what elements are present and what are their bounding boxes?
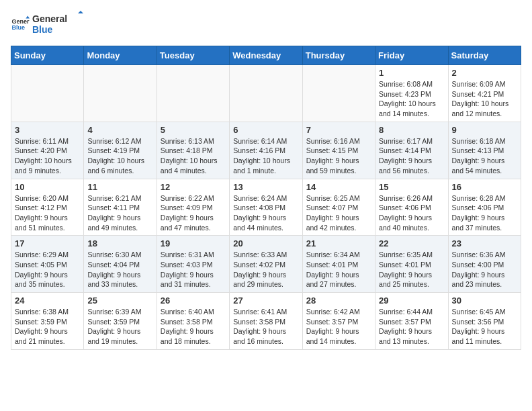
day-info: Sunrise: 6:42 AMSunset: 3:57 PMDaylight:… [306, 307, 371, 347]
weekday-header-thursday: Thursday [302, 46, 375, 65]
day-cell-30: 30Sunrise: 6:45 AMSunset: 3:56 PMDayligh… [448, 293, 521, 350]
day-info: Sunrise: 6:30 AMSunset: 4:04 PMDaylight:… [87, 250, 152, 289]
day-info: Sunrise: 6:31 AMSunset: 4:03 PMDaylight:… [161, 250, 226, 289]
day-cell-10: 10Sunrise: 6:20 AMSunset: 4:12 PMDayligh… [11, 179, 84, 236]
day-number: 16 [452, 182, 517, 192]
day-number: 5 [161, 125, 226, 135]
day-cell-18: 18Sunrise: 6:30 AMSunset: 4:04 PMDayligh… [84, 236, 157, 293]
day-cell-17: 17Sunrise: 6:29 AMSunset: 4:05 PMDayligh… [11, 236, 84, 293]
day-cell-4: 4Sunrise: 6:12 AMSunset: 4:19 PMDaylight… [84, 122, 157, 179]
day-info: Sunrise: 6:45 AMSunset: 3:56 PMDaylight:… [452, 307, 517, 347]
svg-text:Blue: Blue [32, 24, 53, 35]
weekday-header-friday: Friday [375, 46, 448, 65]
weekday-header-saturday: Saturday [448, 46, 521, 65]
day-info: Sunrise: 6:18 AMSunset: 4:13 PMDaylight:… [452, 136, 517, 176]
svg-marker-4 [78, 11, 83, 13]
weekday-header-wednesday: Wednesday [230, 46, 302, 65]
day-number: 6 [233, 125, 298, 135]
day-info: Sunrise: 6:16 AMSunset: 4:15 PMDaylight:… [306, 136, 371, 176]
day-cell-26: 26Sunrise: 6:40 AMSunset: 3:58 PMDayligh… [157, 293, 229, 350]
weekday-header-sunday: Sunday [11, 46, 84, 65]
day-number: 7 [306, 125, 371, 135]
page-header: General Blue General Blue [11, 11, 521, 38]
day-cell-empty-0-2 [157, 65, 229, 122]
day-number: 24 [15, 295, 80, 306]
day-cell-12: 12Sunrise: 6:22 AMSunset: 4:09 PMDayligh… [157, 179, 229, 236]
day-cell-11: 11Sunrise: 6:21 AMSunset: 4:11 PMDayligh… [84, 179, 157, 236]
day-cell-empty-0-3 [230, 65, 302, 122]
weekday-header-tuesday: Tuesday [157, 46, 229, 65]
day-info: Sunrise: 6:11 AMSunset: 4:20 PMDaylight:… [15, 136, 80, 176]
day-cell-27: 27Sunrise: 6:41 AMSunset: 3:58 PMDayligh… [230, 293, 302, 350]
day-cell-28: 28Sunrise: 6:42 AMSunset: 3:57 PMDayligh… [302, 293, 375, 350]
day-cell-3: 3Sunrise: 6:11 AMSunset: 4:20 PMDaylight… [11, 122, 84, 179]
day-number: 10 [15, 182, 80, 192]
day-number: 15 [379, 182, 444, 192]
day-number: 27 [233, 295, 298, 306]
day-number: 20 [233, 238, 298, 248]
day-cell-19: 19Sunrise: 6:31 AMSunset: 4:03 PMDayligh… [157, 236, 229, 293]
day-cell-8: 8Sunrise: 6:17 AMSunset: 4:14 PMDaylight… [375, 122, 448, 179]
day-number: 13 [233, 182, 298, 192]
day-cell-21: 21Sunrise: 6:34 AMSunset: 4:01 PMDayligh… [302, 236, 375, 293]
day-number: 19 [161, 238, 226, 248]
day-cell-6: 6Sunrise: 6:14 AMSunset: 4:16 PMDaylight… [230, 122, 302, 179]
svg-text:General: General [11, 18, 30, 25]
day-number: 9 [452, 125, 517, 135]
day-number: 14 [306, 182, 371, 192]
day-cell-22: 22Sunrise: 6:35 AMSunset: 4:01 PMDayligh… [375, 236, 448, 293]
logo-icon: General Blue [11, 15, 30, 34]
day-cell-24: 24Sunrise: 6:38 AMSunset: 3:59 PMDayligh… [11, 293, 84, 350]
day-number: 25 [87, 295, 152, 306]
svg-text:General: General [32, 13, 67, 24]
day-number: 28 [306, 295, 371, 306]
day-info: Sunrise: 6:34 AMSunset: 4:01 PMDaylight:… [306, 250, 371, 289]
day-info: Sunrise: 6:08 AMSunset: 4:23 PMDaylight:… [379, 79, 444, 119]
weekday-header-row: SundayMondayTuesdayWednesdayThursdayFrid… [11, 46, 521, 65]
day-info: Sunrise: 6:38 AMSunset: 3:59 PMDaylight:… [15, 307, 80, 347]
day-info: Sunrise: 6:26 AMSunset: 4:06 PMDaylight:… [379, 193, 444, 233]
day-cell-empty-0-1 [84, 65, 157, 122]
day-info: Sunrise: 6:33 AMSunset: 4:02 PMDaylight:… [233, 250, 298, 289]
day-cell-empty-0-4 [302, 65, 375, 122]
day-cell-13: 13Sunrise: 6:24 AMSunset: 4:08 PMDayligh… [230, 179, 302, 236]
day-info: Sunrise: 6:28 AMSunset: 4:06 PMDaylight:… [452, 193, 517, 233]
day-cell-9: 9Sunrise: 6:18 AMSunset: 4:13 PMDaylight… [448, 122, 521, 179]
day-info: Sunrise: 6:17 AMSunset: 4:14 PMDaylight:… [379, 136, 444, 176]
calendar-table: SundayMondayTuesdayWednesdayThursdayFrid… [11, 46, 521, 350]
day-cell-20: 20Sunrise: 6:33 AMSunset: 4:02 PMDayligh… [230, 236, 302, 293]
day-info: Sunrise: 6:25 AMSunset: 4:07 PMDaylight:… [306, 193, 371, 233]
day-number: 4 [87, 125, 152, 135]
day-cell-25: 25Sunrise: 6:39 AMSunset: 3:59 PMDayligh… [84, 293, 157, 350]
day-info: Sunrise: 6:12 AMSunset: 4:19 PMDaylight:… [87, 136, 152, 176]
day-info: Sunrise: 6:44 AMSunset: 3:57 PMDaylight:… [379, 307, 444, 347]
day-cell-1: 1Sunrise: 6:08 AMSunset: 4:23 PMDaylight… [375, 65, 448, 122]
day-info: Sunrise: 6:22 AMSunset: 4:09 PMDaylight:… [161, 193, 226, 233]
weekday-header-monday: Monday [84, 46, 157, 65]
day-info: Sunrise: 6:20 AMSunset: 4:12 PMDaylight:… [15, 193, 80, 233]
day-number: 26 [161, 295, 226, 306]
day-info: Sunrise: 6:21 AMSunset: 4:11 PMDaylight:… [87, 193, 152, 233]
day-info: Sunrise: 6:13 AMSunset: 4:18 PMDaylight:… [161, 136, 226, 176]
day-number: 2 [452, 68, 517, 78]
day-cell-5: 5Sunrise: 6:13 AMSunset: 4:18 PMDaylight… [157, 122, 229, 179]
week-row-4: 17Sunrise: 6:29 AMSunset: 4:05 PMDayligh… [11, 236, 521, 293]
week-row-5: 24Sunrise: 6:38 AMSunset: 3:59 PMDayligh… [11, 293, 521, 350]
day-info: Sunrise: 6:36 AMSunset: 4:00 PMDaylight:… [452, 250, 517, 289]
svg-marker-2 [26, 15, 30, 18]
day-number: 23 [452, 238, 517, 248]
day-cell-29: 29Sunrise: 6:44 AMSunset: 3:57 PMDayligh… [375, 293, 448, 350]
day-info: Sunrise: 6:41 AMSunset: 3:58 PMDaylight:… [233, 307, 298, 347]
day-number: 29 [379, 295, 444, 306]
day-info: Sunrise: 6:35 AMSunset: 4:01 PMDaylight:… [379, 250, 444, 289]
day-cell-14: 14Sunrise: 6:25 AMSunset: 4:07 PMDayligh… [302, 179, 375, 236]
day-info: Sunrise: 6:40 AMSunset: 3:58 PMDaylight:… [161, 307, 226, 347]
day-cell-15: 15Sunrise: 6:26 AMSunset: 4:06 PMDayligh… [375, 179, 448, 236]
day-info: Sunrise: 6:39 AMSunset: 3:59 PMDaylight:… [87, 307, 152, 347]
day-number: 8 [379, 125, 444, 135]
week-row-1: 1Sunrise: 6:08 AMSunset: 4:23 PMDaylight… [11, 65, 521, 122]
day-number: 3 [15, 125, 80, 135]
day-cell-7: 7Sunrise: 6:16 AMSunset: 4:15 PMDaylight… [302, 122, 375, 179]
day-number: 21 [306, 238, 371, 248]
day-info: Sunrise: 6:29 AMSunset: 4:05 PMDaylight:… [15, 250, 80, 289]
